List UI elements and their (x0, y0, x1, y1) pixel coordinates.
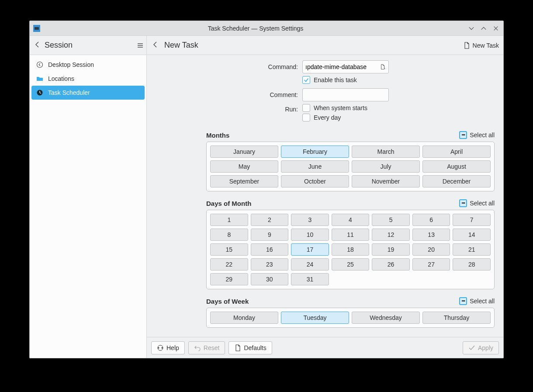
window: Task Scheduler — System Settings Session (29, 21, 504, 358)
document-new-icon (463, 42, 470, 49)
sidebar-item-desktop-session[interactable]: Desktop Session (31, 58, 145, 72)
back-page-button[interactable] (152, 41, 159, 50)
dom-toggle-21[interactable]: 21 (453, 243, 491, 256)
select-all-icon: ••• (459, 199, 467, 207)
days-of-week-select-all-label: Select all (470, 298, 495, 305)
dom-toggle-13[interactable]: 13 (412, 229, 450, 241)
clock-icon (36, 89, 44, 97)
days-of-week-select-all[interactable]: ••• Select all (459, 297, 495, 305)
month-toggle-august[interactable]: August (422, 160, 491, 173)
help-button[interactable]: Help (151, 341, 185, 354)
dom-toggle-25[interactable]: 25 (332, 258, 370, 271)
month-toggle-june[interactable]: June (281, 160, 349, 173)
dom-toggle-5[interactable]: 5 (372, 214, 410, 226)
defaults-button[interactable]: Defaults (228, 341, 272, 354)
dom-toggle-1[interactable]: 1 (210, 214, 248, 226)
new-task-button[interactable]: New Task (463, 42, 499, 49)
dow-toggle-monday[interactable]: Monday (210, 312, 278, 324)
enable-checkbox-label: Enable this task (314, 76, 357, 83)
command-input[interactable] (305, 63, 377, 70)
dom-toggle-8[interactable]: 8 (210, 229, 248, 241)
apply-label: Apply (478, 344, 493, 351)
dom-toggle-18[interactable]: 18 (332, 243, 370, 256)
month-toggle-march[interactable]: March (352, 146, 420, 158)
hamburger-menu-button[interactable] (137, 42, 144, 49)
month-toggle-july[interactable]: July (352, 160, 420, 173)
dom-toggle-19[interactable]: 19 (372, 243, 410, 256)
new-task-label: New Task (473, 42, 499, 49)
days-of-week-title: Days of Week (206, 298, 249, 305)
dom-toggle-3[interactable]: 3 (291, 214, 329, 226)
month-toggle-october[interactable]: October (281, 175, 349, 187)
sidebar-item-label: Task Scheduler (48, 89, 90, 96)
sidebar-item-locations[interactable]: Locations (31, 72, 145, 86)
dom-toggle-10[interactable]: 10 (291, 229, 329, 241)
select-all-icon: ••• (459, 297, 467, 305)
dom-toggle-22[interactable]: 22 (210, 258, 248, 271)
sidebar-item-label: Desktop Session (48, 61, 94, 68)
days-of-month-title: Days of Month (206, 200, 251, 207)
dow-toggle-wednesday[interactable]: Wednesday (352, 312, 420, 324)
month-toggle-november[interactable]: November (352, 175, 420, 187)
dom-toggle-7[interactable]: 7 (453, 214, 491, 226)
days-of-month-select-all-label: Select all (470, 200, 495, 207)
month-toggle-april[interactable]: April (422, 146, 491, 158)
dow-toggle-tuesday[interactable]: Tuesday (281, 312, 349, 324)
dom-toggle-2[interactable]: 2 (251, 214, 289, 226)
dom-toggle-17[interactable]: 17 (291, 243, 329, 256)
row-enable: Enable this task (154, 76, 496, 86)
apply-button: Apply (463, 341, 499, 354)
dom-toggle-28[interactable]: 28 (453, 258, 491, 271)
svg-point-2 (158, 347, 159, 348)
dom-toggle-29[interactable]: 29 (210, 273, 248, 285)
content-scroll[interactable]: Command: Enable this task (147, 55, 503, 337)
dom-toggle-20[interactable]: 20 (412, 243, 450, 256)
sidebar-item-label: Locations (48, 75, 74, 82)
section-days-of-month: Days of Month ••• Select all 12345678910… (206, 199, 495, 289)
dom-toggle-11[interactable]: 11 (332, 229, 370, 241)
comment-input-wrapper[interactable] (302, 88, 389, 101)
sidebar-item-task-scheduler[interactable]: Task Scheduler (31, 86, 145, 100)
body: Desktop SessionLocationsTask Scheduler C… (30, 55, 503, 358)
row-comment: Comment: (154, 88, 496, 101)
days-of-month-select-all[interactable]: ••• Select all (459, 199, 495, 207)
run-option-1[interactable]: Every day (302, 114, 496, 121)
dom-toggle-9[interactable]: 9 (251, 229, 289, 241)
file-browse-icon[interactable] (380, 63, 386, 70)
dom-toggle-31[interactable]: 31 (291, 273, 329, 285)
comment-input[interactable] (305, 91, 386, 98)
dom-toggle-15[interactable]: 15 (210, 243, 248, 256)
run-option-checkbox[interactable] (302, 114, 310, 121)
close-button[interactable] (492, 24, 500, 32)
dom-toggle-14[interactable]: 14 (453, 229, 491, 241)
dom-toggle-16[interactable]: 16 (251, 243, 289, 256)
dom-toggle-26[interactable]: 26 (372, 258, 410, 271)
dow-toggle-thursday[interactable]: Thursday (422, 312, 491, 324)
enable-checkbox[interactable] (302, 76, 310, 84)
dom-toggle-23[interactable]: 23 (251, 258, 289, 271)
minimize-button[interactable] (467, 24, 475, 32)
dom-toggle-30[interactable]: 30 (251, 273, 289, 285)
dom-toggle-12[interactable]: 12 (372, 229, 410, 241)
month-toggle-january[interactable]: January (210, 146, 278, 158)
run-option-checkbox[interactable] (302, 104, 310, 112)
months-select-all[interactable]: ••• Select all (459, 131, 495, 139)
dom-toggle-27[interactable]: 27 (412, 258, 450, 271)
month-toggle-september[interactable]: September (210, 175, 278, 187)
month-toggle-december[interactable]: December (422, 175, 491, 187)
enable-checkbox-row[interactable]: Enable this task (302, 76, 496, 84)
help-icon (157, 344, 164, 351)
command-input-wrapper[interactable] (302, 60, 389, 73)
maximize-button[interactable] (480, 24, 488, 32)
back-session-button[interactable] (34, 41, 41, 50)
run-option-0[interactable]: When system starts (302, 104, 496, 112)
select-all-icon: ••• (459, 131, 467, 139)
command-label: Command: (154, 63, 298, 70)
window-title: Task Scheduler — System Settings (44, 25, 467, 32)
month-toggle-may[interactable]: May (210, 160, 278, 173)
month-toggle-february[interactable]: February (281, 146, 349, 158)
dom-toggle-6[interactable]: 6 (412, 214, 450, 226)
dom-toggle-4[interactable]: 4 (332, 214, 370, 226)
dom-toggle-24[interactable]: 24 (291, 258, 329, 271)
titlebar: Task Scheduler — System Settings (30, 21, 503, 36)
